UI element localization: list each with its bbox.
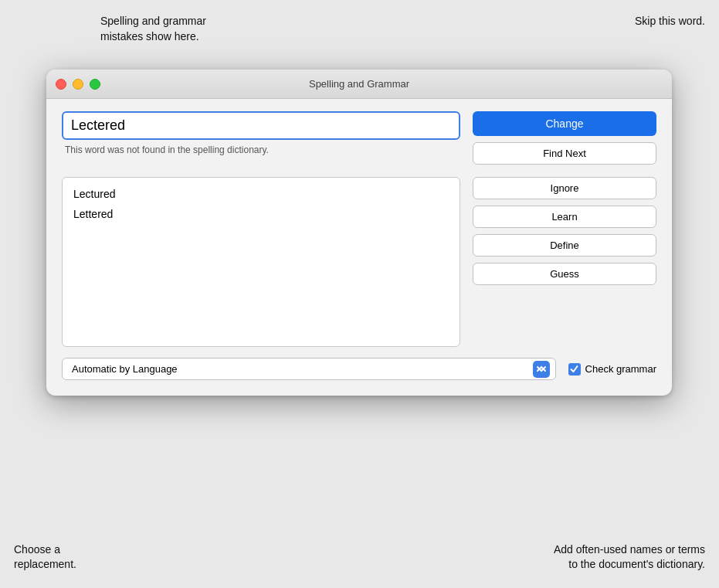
middle-section: Lectured Lettered Ignore Learn Define Gu…	[62, 177, 656, 347]
window-content: This word was not found in the spelling …	[46, 99, 672, 396]
check-grammar-label: Check grammar	[585, 363, 656, 375]
titlebar: Spelling and Grammar	[46, 70, 672, 99]
window-title: Spelling and Grammar	[309, 78, 409, 90]
check-grammar-container: Check grammar	[568, 363, 656, 376]
find-next-button[interactable]: Find Next	[473, 142, 656, 165]
annotation-top-right: Skip this word.	[582, 14, 705, 29]
guess-button[interactable]: Guess	[473, 263, 656, 285]
close-button[interactable]	[56, 79, 66, 90]
language-select[interactable]: Automatic by Language	[62, 358, 556, 380]
top-action-buttons: Change Find Next	[473, 111, 656, 165]
bottom-bar: Automatic by Language Check grammar	[62, 358, 656, 380]
language-select-wrapper: Automatic by Language	[62, 358, 556, 380]
change-button[interactable]: Change	[473, 111, 656, 136]
annotation-bottom-right: Add often-used names or terms to the doc…	[489, 542, 705, 573]
define-button[interactable]: Define	[473, 234, 656, 257]
learn-button[interactable]: Learn	[473, 206, 656, 228]
check-grammar-checkbox[interactable]	[568, 363, 581, 376]
top-section: This word was not found in the spelling …	[62, 111, 656, 165]
maximize-button[interactable]	[90, 79, 100, 90]
suggestion-lectured[interactable]: Lectured	[63, 184, 460, 204]
traffic-lights	[56, 79, 100, 90]
spell-hint-text: This word was not found in the spelling …	[62, 144, 460, 155]
suggestion-lettered[interactable]: Lettered	[63, 204, 460, 224]
misspelled-word-input[interactable]	[62, 111, 460, 140]
suggestions-list: Lectured Lettered	[62, 177, 460, 347]
ignore-button[interactable]: Ignore	[473, 177, 656, 199]
spelling-grammar-window: Spelling and Grammar This word was not f…	[46, 70, 672, 396]
annotation-bottom-left: Choose a replacement.	[14, 542, 137, 573]
minimize-button[interactable]	[73, 79, 83, 90]
side-buttons: Ignore Learn Define Guess	[473, 177, 656, 347]
spell-input-area: This word was not found in the spelling …	[62, 111, 460, 155]
annotation-top-left: Spelling and grammar mistakes show here.	[100, 14, 247, 44]
